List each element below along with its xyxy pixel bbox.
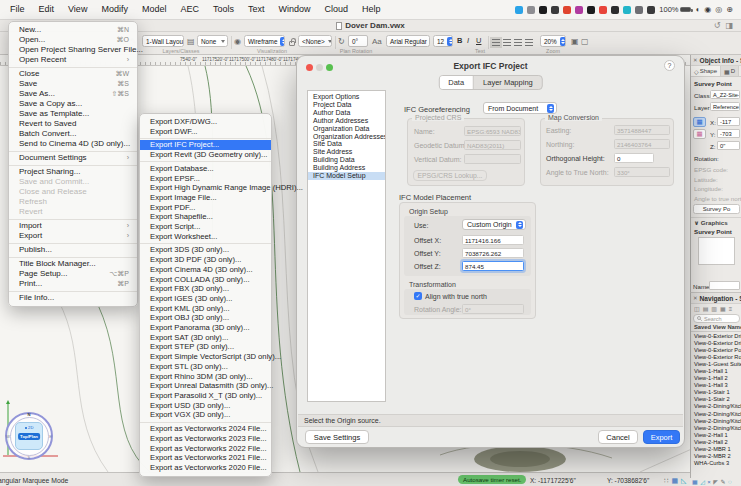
menu-item[interactable]: Export KML (3D only)... <box>140 304 271 314</box>
history-icon[interactable]: ↺ <box>714 21 721 30</box>
saved-view-item[interactable]: View-0-Exterior Poo <box>691 347 741 354</box>
status-icon[interactable] <box>635 6 643 14</box>
fit-to-page-icon[interactable]: ▣ <box>571 36 579 47</box>
saved-view-item[interactable]: View-2-Dining/Kitch <box>691 411 741 418</box>
survey-point-button[interactable]: Survey Po <box>693 204 740 214</box>
status-icon[interactable] <box>611 6 619 14</box>
status-bar-icon[interactable]: ▦ <box>671 476 678 485</box>
navigation-mode-icon[interactable]: ≡ <box>729 306 733 312</box>
menu-item[interactable]: Save ⌘S <box>9 79 137 89</box>
menu-item[interactable]: Export as Vectorworks 2024 File... <box>140 424 271 434</box>
menu-item[interactable]: Export Cinema 4D (3D only)... <box>140 265 271 275</box>
menu-item[interactable]: Export as Vectorworks 2023 File... <box>140 434 271 444</box>
menu-item[interactable]: Export Rhino 3DM (3D only)... <box>140 372 271 382</box>
menu-item[interactable]: Export IGES (3D only)... <box>140 294 271 304</box>
sidebar-item[interactable]: Building Data <box>308 156 385 164</box>
menu-item[interactable]: Export Parasolid X_T (3D only)... <box>140 391 271 401</box>
menu-bar-item[interactable]: Text <box>241 0 272 19</box>
view-dropdown[interactable]: <None> <box>298 35 332 47</box>
system-tray-icon[interactable]: ⊕ <box>726 6 733 14</box>
menu-item[interactable]: Export Database... <box>140 164 271 174</box>
saved-view-column-header[interactable]: Saved View Name <box>691 324 741 332</box>
saved-view-item[interactable]: View-1-Stair 1 <box>691 389 741 396</box>
menu-item[interactable]: Send to Cinema 4D (3D only)... <box>9 139 137 149</box>
menu-item[interactable]: Import › <box>9 221 137 231</box>
saved-view-item[interactable]: View-2-Hall 1 <box>691 432 741 439</box>
menu-item[interactable]: Export COLLADA (3D only)... <box>140 275 271 285</box>
object-info-tab[interactable]: ◇ Shape <box>691 66 721 76</box>
menu-bar-item[interactable]: Edit <box>32 0 62 19</box>
snap-mode-icon[interactable]: ✎ <box>720 478 725 486</box>
menu-item[interactable]: Close ⌘W <box>9 69 137 79</box>
sidebar-item[interactable]: Organization Addresses <box>308 133 385 141</box>
origin-use-dropdown[interactable]: Custom Origin <box>462 219 526 230</box>
menu-item[interactable]: Export › <box>9 231 137 241</box>
menu-item[interactable]: Title Block Manager... <box>9 259 137 269</box>
panel-toggle-icon[interactable]: ◨ <box>725 21 733 30</box>
navigation-mode-icon[interactable]: ▦ <box>720 305 726 312</box>
class-dropdown[interactable]: A_Z2-Site- <box>710 90 740 99</box>
snap-mode-icon[interactable]: × <box>707 478 711 486</box>
menu-item[interactable]: Save and Commit... <box>9 177 137 187</box>
menu-item[interactable]: New... ⌘N <box>9 25 137 35</box>
x-field[interactable]: -117 <box>717 117 740 126</box>
layer-dropdown[interactable]: 1-Wall Layout <box>142 35 184 47</box>
menu-bar-item[interactable]: Model <box>135 0 174 19</box>
menu-item[interactable]: Export SAT (3D only)... <box>140 333 271 343</box>
menu-item[interactable]: Batch Convert... <box>9 129 137 139</box>
anchor-mode-button[interactable]: ▦ <box>693 129 706 139</box>
menu-item[interactable]: Export High Dynamic Range Image (HDRI)..… <box>140 183 271 193</box>
menu-item[interactable]: Export Simple VectorScript (3D only)... <box>140 352 271 362</box>
font-size-dropdown[interactable]: 12 <box>433 35 453 47</box>
menu-item[interactable]: Close and Release <box>9 187 137 197</box>
menu-item[interactable]: Save As... ⇧⌘S <box>9 89 137 99</box>
saved-view-item[interactable]: View-2-Hall 2 <box>691 439 741 446</box>
sidebar-item[interactable]: Author Data <box>308 109 385 117</box>
menu-item[interactable]: Project Sharing... <box>9 167 137 177</box>
object-info-tab[interactable]: ▦ D <box>721 66 739 76</box>
snap-mode-icon[interactable]: ▦ <box>692 478 698 486</box>
system-tray-icon[interactable]: ◎ <box>715 6 722 14</box>
menu-item[interactable]: Export VGX (3D only)... <box>140 410 271 420</box>
navigation-mode-icon[interactable]: ▤ <box>703 305 709 312</box>
offset-x-field[interactable]: 1171416.166 <box>462 235 524 245</box>
saved-view-item[interactable]: View-2-Dining/Kitch <box>691 403 741 410</box>
navigation-mode-icon[interactable]: ▥ <box>711 305 717 312</box>
sidebar-item[interactable]: Project Data <box>308 101 385 109</box>
underline-button[interactable]: U <box>476 35 481 47</box>
compass-view-badge[interactable]: Top/Plan <box>18 433 40 440</box>
export-button[interactable]: Export <box>643 430 680 444</box>
system-tray-icon[interactable]: ◐ <box>695 6 700 14</box>
menu-item[interactable]: Print... ⌘P <box>9 279 137 289</box>
menu-item[interactable]: Page Setup... ⌥⌘P <box>9 269 137 279</box>
fit-to-objects-icon[interactable]: ▢ <box>581 36 589 47</box>
save-settings-button[interactable]: Save Settings <box>305 430 369 444</box>
sidebar-item[interactable]: Site Data <box>308 140 385 148</box>
menu-item[interactable]: Export as Vectorworks 2022 File... <box>140 444 271 454</box>
menu-item[interactable]: Export DWF... <box>140 127 271 137</box>
saved-view-item[interactable]: View-1-Hall 1 <box>691 368 741 375</box>
offset-z-field[interactable]: 874.45 <box>462 261 524 271</box>
font-dropdown[interactable]: Arial Regular <box>386 35 430 47</box>
z-field[interactable]: 0" <box>717 141 740 150</box>
eye-icon[interactable]: ◉ <box>234 36 241 47</box>
rotate-plan-icon[interactable]: ↻ <box>338 36 345 47</box>
menu-item[interactable]: Export EPSF... <box>140 174 271 184</box>
layer-dropdown[interactable]: Reference <box>710 102 740 111</box>
tab-layer-mapping[interactable]: Layer Mapping <box>474 76 542 89</box>
status-icon[interactable] <box>647 6 655 14</box>
graphics-section-header[interactable]: ∨ Graphics <box>691 217 741 226</box>
menu-item[interactable]: Export OBJ (3D only)... <box>140 313 271 323</box>
menu-item[interactable]: Save a Copy as... <box>9 99 137 109</box>
menu-item[interactable]: Export Script... <box>140 222 271 232</box>
status-bar-icon[interactable]: ∷ <box>664 476 668 485</box>
bold-button[interactable]: B <box>457 35 462 47</box>
menu-item[interactable]: Export Revit (3D Geometry only)... <box>140 150 271 160</box>
menu-item[interactable]: Export USD (3D only)... <box>140 401 271 411</box>
align-right-button[interactable] <box>514 39 522 46</box>
tab-data[interactable]: Data <box>439 76 474 89</box>
snap-mode-icon[interactable]: ◿ <box>700 478 705 486</box>
epsg-lookup-button[interactable]: EPSG/CRS Lookup... <box>413 170 487 181</box>
status-icon[interactable] <box>551 6 559 14</box>
menu-item[interactable]: Open Project Sharing Server File... <box>9 45 137 55</box>
